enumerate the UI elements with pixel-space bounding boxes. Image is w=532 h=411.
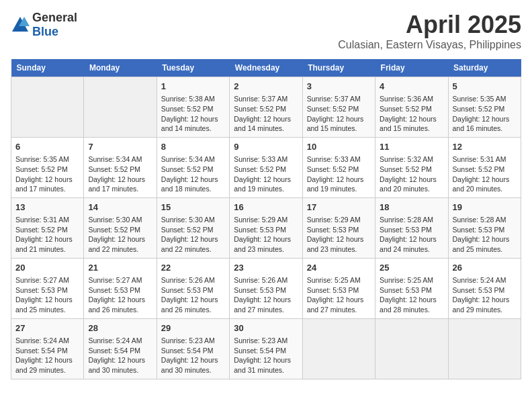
day-info: Sunrise: 5:27 AM Sunset: 5:53 PM Dayligh… [15, 275, 79, 315]
day-number: 22 [161, 262, 225, 274]
day-info: Sunrise: 5:29 AM Sunset: 5:53 PM Dayligh… [307, 215, 371, 255]
day-number: 21 [88, 262, 152, 274]
day-info: Sunrise: 5:30 AM Sunset: 5:52 PM Dayligh… [161, 215, 225, 255]
day-number: 5 [453, 81, 517, 93]
calendar-cell: 26Sunrise: 5:24 AM Sunset: 5:53 PM Dayli… [448, 258, 521, 318]
day-header-sunday: Sunday [11, 59, 84, 77]
day-number: 18 [380, 201, 443, 214]
day-info: Sunrise: 5:24 AM Sunset: 5:53 PM Dayligh… [453, 275, 517, 315]
day-number: 3 [307, 81, 371, 93]
calendar-cell: 5Sunrise: 5:35 AM Sunset: 5:52 PM Daylig… [448, 77, 521, 138]
calendar-cell: 15Sunrise: 5:30 AM Sunset: 5:52 PM Dayli… [157, 197, 229, 258]
week-row-4: 20Sunrise: 5:27 AM Sunset: 5:53 PM Dayli… [11, 258, 521, 318]
subtitle: Culasian, Eastern Visayas, Philippines [338, 39, 521, 51]
day-info: Sunrise: 5:34 AM Sunset: 5:52 PM Dayligh… [161, 154, 225, 194]
day-header-saturday: Saturday [448, 59, 521, 77]
day-header-tuesday: Tuesday [157, 59, 229, 77]
calendar-cell: 30Sunrise: 5:23 AM Sunset: 5:54 PM Dayli… [230, 318, 302, 379]
calendar-cell: 18Sunrise: 5:28 AM Sunset: 5:53 PM Dayli… [375, 197, 448, 258]
calendar-cell: 27Sunrise: 5:24 AM Sunset: 5:54 PM Dayli… [11, 318, 84, 379]
day-number: 24 [307, 262, 371, 274]
day-number: 14 [88, 201, 152, 214]
calendar-cell: 16Sunrise: 5:29 AM Sunset: 5:53 PM Dayli… [230, 197, 302, 258]
day-number: 27 [15, 322, 79, 334]
calendar-cell: 28Sunrise: 5:24 AM Sunset: 5:54 PM Dayli… [84, 318, 157, 379]
day-number: 1 [161, 81, 225, 93]
calendar-cell: 21Sunrise: 5:27 AM Sunset: 5:53 PM Dayli… [84, 258, 157, 318]
day-info: Sunrise: 5:34 AM Sunset: 5:52 PM Dayligh… [88, 154, 152, 194]
day-info: Sunrise: 5:23 AM Sunset: 5:54 PM Dayligh… [234, 336, 298, 375]
day-info: Sunrise: 5:25 AM Sunset: 5:53 PM Dayligh… [307, 275, 371, 315]
calendar-cell: 2Sunrise: 5:37 AM Sunset: 5:52 PM Daylig… [230, 77, 302, 138]
day-header-thursday: Thursday [302, 59, 375, 77]
day-info: Sunrise: 5:33 AM Sunset: 5:52 PM Dayligh… [234, 154, 298, 194]
calendar-cell [448, 318, 521, 379]
week-row-5: 27Sunrise: 5:24 AM Sunset: 5:54 PM Dayli… [11, 318, 521, 379]
day-info: Sunrise: 5:24 AM Sunset: 5:54 PM Dayligh… [88, 336, 152, 375]
day-info: Sunrise: 5:37 AM Sunset: 5:52 PM Dayligh… [307, 94, 371, 134]
calendar-cell: 19Sunrise: 5:28 AM Sunset: 5:53 PM Dayli… [448, 197, 521, 258]
day-info: Sunrise: 5:23 AM Sunset: 5:54 PM Dayligh… [161, 336, 225, 375]
calendar-cell: 14Sunrise: 5:30 AM Sunset: 5:52 PM Dayli… [84, 197, 157, 258]
day-info: Sunrise: 5:32 AM Sunset: 5:52 PM Dayligh… [380, 154, 443, 194]
calendar-cell [302, 318, 375, 379]
day-info: Sunrise: 5:26 AM Sunset: 5:53 PM Dayligh… [161, 275, 225, 315]
calendar-cell: 17Sunrise: 5:29 AM Sunset: 5:53 PM Dayli… [302, 197, 375, 258]
calendar-cell [84, 77, 157, 138]
calendar-cell [375, 318, 448, 379]
calendar-cell: 7Sunrise: 5:34 AM Sunset: 5:52 PM Daylig… [84, 137, 157, 197]
logo-text-general: General [32, 11, 77, 24]
day-info: Sunrise: 5:36 AM Sunset: 5:52 PM Dayligh… [380, 94, 443, 134]
day-number: 26 [453, 262, 517, 274]
calendar-cell: 10Sunrise: 5:33 AM Sunset: 5:52 PM Dayli… [302, 137, 375, 197]
title-area: April 2025 Culasian, Eastern Visayas, Ph… [338, 11, 521, 51]
day-info: Sunrise: 5:28 AM Sunset: 5:53 PM Dayligh… [453, 215, 517, 255]
day-number: 17 [307, 201, 371, 214]
calendar-cell: 8Sunrise: 5:34 AM Sunset: 5:52 PM Daylig… [157, 137, 229, 197]
day-number: 11 [380, 141, 443, 153]
calendar-cell: 20Sunrise: 5:27 AM Sunset: 5:53 PM Dayli… [11, 258, 84, 318]
week-row-2: 6Sunrise: 5:35 AM Sunset: 5:52 PM Daylig… [11, 137, 521, 197]
day-number: 20 [15, 262, 79, 274]
day-info: Sunrise: 5:25 AM Sunset: 5:53 PM Dayligh… [380, 275, 443, 315]
day-number: 12 [453, 141, 517, 153]
day-number: 30 [234, 322, 298, 334]
day-number: 25 [380, 262, 443, 274]
day-info: Sunrise: 5:31 AM Sunset: 5:52 PM Dayligh… [453, 154, 517, 194]
calendar-cell: 22Sunrise: 5:26 AM Sunset: 5:53 PM Dayli… [157, 258, 229, 318]
day-number: 6 [15, 141, 79, 153]
day-info: Sunrise: 5:30 AM Sunset: 5:52 PM Dayligh… [88, 215, 152, 255]
day-number: 10 [307, 141, 371, 153]
day-info: Sunrise: 5:31 AM Sunset: 5:52 PM Dayligh… [15, 215, 79, 255]
calendar-cell: 1Sunrise: 5:38 AM Sunset: 5:52 PM Daylig… [157, 77, 229, 138]
calendar-cell: 24Sunrise: 5:25 AM Sunset: 5:53 PM Dayli… [302, 258, 375, 318]
calendar-cell: 25Sunrise: 5:25 AM Sunset: 5:53 PM Dayli… [375, 258, 448, 318]
calendar-cell: 4Sunrise: 5:36 AM Sunset: 5:52 PM Daylig… [375, 77, 448, 138]
day-info: Sunrise: 5:33 AM Sunset: 5:52 PM Dayligh… [307, 154, 371, 194]
day-info: Sunrise: 5:24 AM Sunset: 5:54 PM Dayligh… [15, 336, 79, 375]
day-number: 8 [161, 141, 225, 153]
day-number: 28 [88, 322, 152, 334]
main-title: April 2025 [338, 11, 521, 39]
calendar-cell: 29Sunrise: 5:23 AM Sunset: 5:54 PM Dayli… [157, 318, 229, 379]
day-info: Sunrise: 5:27 AM Sunset: 5:53 PM Dayligh… [88, 275, 152, 315]
day-info: Sunrise: 5:28 AM Sunset: 5:53 PM Dayligh… [380, 215, 443, 255]
header: General Blue April 2025 Culasian, Easter… [11, 11, 521, 51]
day-number: 19 [453, 201, 517, 214]
day-info: Sunrise: 5:38 AM Sunset: 5:52 PM Dayligh… [161, 94, 225, 134]
header-row: SundayMondayTuesdayWednesdayThursdayFrid… [11, 59, 521, 77]
day-number: 29 [161, 322, 225, 334]
day-number: 13 [15, 201, 79, 214]
day-number: 16 [234, 201, 298, 214]
calendar-cell: 23Sunrise: 5:26 AM Sunset: 5:53 PM Dayli… [230, 258, 302, 318]
logo-text-blue: Blue [32, 25, 58, 38]
calendar-cell: 3Sunrise: 5:37 AM Sunset: 5:52 PM Daylig… [302, 77, 375, 138]
day-header-monday: Monday [84, 59, 157, 77]
day-number: 4 [380, 81, 443, 93]
day-number: 23 [234, 262, 298, 274]
calendar-cell: 6Sunrise: 5:35 AM Sunset: 5:52 PM Daylig… [11, 137, 84, 197]
day-number: 7 [88, 141, 152, 153]
week-row-1: 1Sunrise: 5:38 AM Sunset: 5:52 PM Daylig… [11, 77, 521, 138]
calendar-cell: 9Sunrise: 5:33 AM Sunset: 5:52 PM Daylig… [230, 137, 302, 197]
calendar-cell [11, 77, 84, 138]
